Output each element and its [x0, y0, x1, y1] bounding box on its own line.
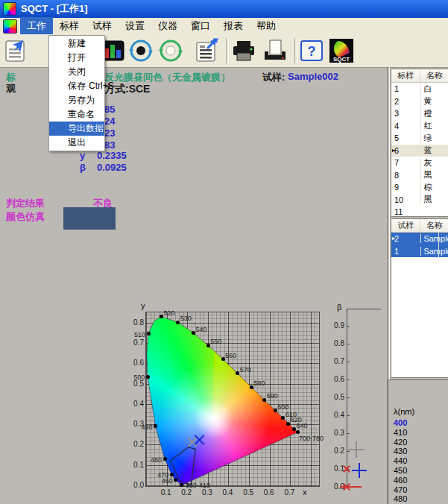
row-number: 10: [391, 195, 420, 204]
row-name: 灰: [420, 157, 448, 168]
menu-报表[interactable]: 报表: [217, 17, 250, 35]
beta-tick-mark: [347, 379, 350, 380]
locus-label-510: 510: [133, 331, 145, 338]
measure-sample-icon[interactable]: [158, 38, 183, 63]
wavelength-440[interactable]: 440: [394, 456, 407, 465]
sqct-logo-icon[interactable]: SQCT: [329, 38, 354, 63]
app-logo-icon: [3, 2, 16, 16]
standard-col-header[interactable]: 标样: [391, 69, 420, 82]
svg-text:SQCT: SQCT: [333, 56, 350, 63]
locus-dot-530: [176, 321, 180, 324]
locus-dot-610: [281, 416, 285, 420]
menu-试样[interactable]: 试样: [86, 17, 119, 35]
wavelength-400[interactable]: 400: [394, 418, 407, 427]
standard-row-9[interactable]: 9棕: [391, 181, 448, 194]
wavelength-460[interactable]: 460: [394, 476, 407, 485]
x-tick-0.7: 0.7: [283, 488, 295, 497]
document-logo-icon[interactable]: [3, 19, 17, 34]
row-number: 11: [391, 207, 420, 216]
y-tick-0.6: 0.6: [127, 359, 144, 367]
sample-point-marker: [193, 433, 206, 446]
help-icon[interactable]: ?: [299, 38, 324, 63]
menu-帮助[interactable]: 帮助: [250, 17, 283, 35]
y-tick-0.8: 0.8: [127, 318, 144, 327]
menu-设置[interactable]: 设置: [119, 17, 151, 35]
wavelength-450[interactable]: 450: [394, 466, 407, 475]
standard-table-header[interactable]: 标样 名称: [391, 69, 448, 83]
dropdown-item-另存为[interactable]: 另存为: [49, 93, 104, 107]
y-axis-label: y: [141, 301, 145, 310]
sample-row-2[interactable]: ▸2Sample002: [391, 233, 448, 245]
dropdown-item-打开[interactable]: 打开: [49, 51, 104, 65]
work-menu-dropdown: 新建打开关闭保存Ctrl+S另存为重命名导出数据退出: [48, 35, 105, 151]
import-work-icon[interactable]: [2, 38, 28, 63]
spectrum-panel: λ(nm) 400410420430440450460470480490: [388, 379, 448, 504]
print-preview-icon[interactable]: [262, 38, 288, 63]
x-tick-0.3: 0.3: [201, 488, 213, 497]
dropdown-item-重命名[interactable]: 重命名: [49, 107, 104, 122]
locus-label-480: 480: [150, 456, 162, 464]
row-name: 蓝: [420, 145, 448, 156]
dropdown-item-退出[interactable]: 退出: [49, 136, 104, 150]
standard-row-2[interactable]: 2黄: [391, 95, 448, 108]
beta-axis-cap: [347, 309, 381, 309]
menu-窗口[interactable]: 窗口: [184, 17, 217, 35]
measure-standard-icon[interactable]: [128, 38, 154, 63]
menu-标样[interactable]: 标样: [53, 17, 86, 35]
dropdown-item-新建[interactable]: 新建: [49, 37, 104, 51]
standard-row-10[interactable]: 10黑: [391, 194, 448, 207]
sample-row-1[interactable]: 1Sample001: [391, 245, 448, 258]
y-tick-0.7: 0.7: [127, 338, 144, 347]
standard-name-col-header[interactable]: 名称: [420, 69, 448, 82]
menu-仪器[interactable]: 仪器: [151, 17, 184, 35]
locus-label-640: 640: [297, 422, 308, 429]
x-tick-0.2: 0.2: [180, 488, 192, 497]
color-sim-label: 颜色仿真: [6, 210, 45, 224]
sample-name-col-header[interactable]: 名称: [420, 219, 448, 232]
sqct-window: SQCT - [工作1] 工作标样试样设置仪器窗口报表帮助: [0, 0, 448, 504]
standard-row-11[interactable]: 11: [391, 206, 448, 217]
standard-row-5[interactable]: 5绿: [391, 132, 448, 145]
wavelength-410[interactable]: 410: [394, 428, 407, 437]
menu-工作[interactable]: 工作: [20, 17, 53, 35]
beta-tick-0.8: 0.8: [328, 339, 344, 347]
wavelength-header: λ(nm): [394, 407, 414, 416]
standard-row-8[interactable]: 8黑: [391, 169, 448, 182]
beta-tick-0.5: 0.5: [328, 393, 344, 401]
x-tick-0.4: 0.4: [221, 488, 233, 497]
dropdown-item-关闭[interactable]: 关闭: [49, 65, 104, 79]
dropdown-item-导出数据[interactable]: 导出数据: [49, 122, 104, 136]
wavelength-470[interactable]: 470: [394, 485, 407, 494]
beta-tick-0.6: 0.6: [328, 375, 344, 383]
wavelength-480[interactable]: 480: [394, 494, 407, 503]
beta-tick-0.9: 0.9: [328, 321, 344, 330]
color-sim-swatch: [63, 207, 116, 230]
partial-value: 24: [104, 116, 115, 127]
sample-col-header[interactable]: 试样: [391, 219, 420, 232]
export-report-icon[interactable]: [194, 38, 219, 63]
row-number: 6: [391, 146, 420, 155]
sample-table-header[interactable]: 试样 名称: [391, 219, 448, 233]
observe-prefix-label: 观: [6, 82, 16, 95]
partial-value: 83: [104, 139, 115, 151]
wavelength-430[interactable]: 430: [394, 447, 407, 456]
locus-label-530: 530: [180, 315, 192, 322]
print-icon[interactable]: [231, 38, 256, 63]
locus-dot-700-780: [296, 430, 300, 434]
locus-label-580: 580: [253, 379, 265, 387]
wavelength-420[interactable]: 420: [394, 438, 407, 447]
standard-row-6[interactable]: ▸6蓝: [391, 145, 448, 157]
standard-row-7[interactable]: 7灰: [391, 157, 448, 169]
locus-dot-470: [170, 473, 174, 476]
title-bar[interactable]: SQCT - [工作1]: [0, 0, 448, 18]
chart-plot-area: 380-410460470480490500510520530540550560…: [145, 312, 320, 487]
standard-row-3[interactable]: 3橙: [391, 107, 448, 120]
row-name: 橙: [420, 108, 448, 119]
standard-row-4[interactable]: 4红: [391, 120, 448, 133]
x-tick-0.6: 0.6: [263, 488, 275, 497]
dropdown-item-保存[interactable]: 保存Ctrl+S: [49, 79, 104, 93]
beta-label: β: [80, 162, 86, 173]
beta-tick-0.3: 0.3: [328, 429, 344, 437]
row-name: 棕: [420, 182, 448, 193]
standard-row-1[interactable]: 1白: [391, 83, 448, 95]
